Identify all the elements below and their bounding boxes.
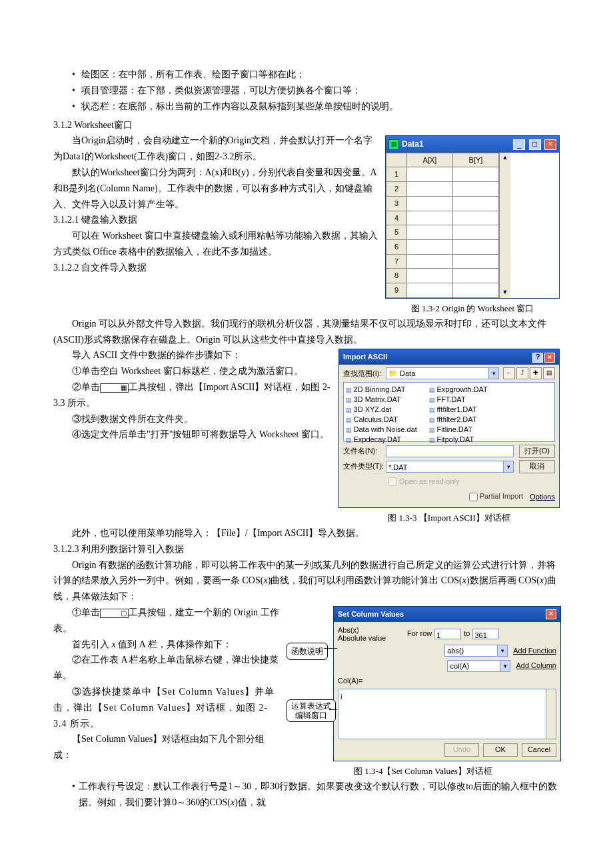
file-item[interactable]: Fitpoly.DAT: [429, 435, 488, 445]
new-worksheet-icon: ▢: [100, 609, 129, 618]
minimize-button[interactable]: _: [513, 139, 525, 150]
file-item[interactable]: fftfilter2.DAT: [429, 415, 488, 425]
file-item[interactable]: 2D Binning.DAT: [346, 385, 417, 395]
heading-3123: 3.1.2.3 利用列数据计算引入数据: [53, 541, 560, 557]
import-dialog-titlebar[interactable]: Import ASCII ?×: [339, 349, 559, 365]
dropdown-icon[interactable]: ▾: [500, 661, 510, 671]
figure-1-3-3: Import ASCII ?× 查找范围(I): 📁 Data▾ ← ⤴ ✚ ▤…: [338, 349, 560, 525]
filetype-combo[interactable]: *.DAT▾: [386, 461, 514, 473]
vertical-scrollbar[interactable]: [546, 689, 556, 739]
import-ascii-dialog: Import ASCII ?× 查找范围(I): 📁 Data▾ ← ⤴ ✚ ▤…: [338, 349, 560, 508]
filetype-label: 文件类型(T):: [343, 460, 386, 473]
maximize-button[interactable]: □: [529, 139, 541, 150]
file-item[interactable]: 3D Matrix.DAT: [346, 395, 417, 405]
file-item[interactable]: FFT.DAT: [429, 395, 488, 405]
to-input[interactable]: 361: [472, 629, 499, 639]
worksheet-title: Data1: [402, 137, 512, 151]
options-link[interactable]: Options: [530, 491, 555, 503]
filename-label: 文件名(N):: [343, 445, 386, 457]
worksheet-window: ▦ Data1 _ □ × A[X]B[Y] 1 2 3 4 5 6 7 8 9…: [385, 135, 560, 298]
views-icon[interactable]: ▤: [543, 367, 555, 379]
figure-1-3-3-caption: 图 1.3-3 【Import ASCII】对话框: [338, 511, 560, 525]
look-in-value: Data: [400, 369, 415, 377]
dropdown-icon[interactable]: ▾: [497, 645, 507, 656]
file-item[interactable]: Expgrowth.DAT: [429, 385, 488, 395]
to-label: to: [464, 627, 470, 640]
file-item[interactable]: fftfilter1.DAT: [429, 405, 488, 415]
bullet-1: 绘图区：在中部，所有工作表、绘图子窗口等都在此；: [81, 67, 305, 83]
set-column-values-dialog: Set Column Values × Abs(x) Absolute valu…: [333, 606, 561, 761]
bottom-bullet-list: •工作表行号设定：默认工作表行号是1～30，即30行数据。如果要改变这个默认行数…: [72, 779, 560, 811]
for-row-label: For row: [407, 627, 432, 640]
row-header[interactable]: 8: [386, 269, 407, 283]
figure-1-3-4-caption: 图 1.3-4【Set Column Values】对话框: [287, 764, 560, 779]
filename-input[interactable]: [386, 445, 514, 457]
row-header[interactable]: 1: [386, 167, 407, 182]
dropdown-icon[interactable]: ▾: [503, 461, 513, 472]
close-button[interactable]: ×: [546, 609, 556, 619]
bullet-bottom: 工作表行号设定：默认工作表行号是1～30，即30行数据。如果要改变这个默认行数，…: [79, 779, 560, 811]
from-input[interactable]: 1: [434, 629, 461, 639]
look-in-label: 查找范围(I):: [343, 367, 386, 380]
back-icon[interactable]: ←: [503, 367, 515, 379]
import-icon: ▦: [100, 383, 129, 393]
col-equals-label: Col(A)=: [338, 675, 556, 687]
dropdown-icon[interactable]: ▾: [488, 368, 498, 379]
vertical-scrollbar[interactable]: ▲▼: [499, 153, 510, 298]
import-dialog-title: Import ASCII: [343, 351, 387, 363]
help-button[interactable]: ?: [532, 353, 543, 363]
callout-expr-editor: 运算表达式编辑窗口: [287, 699, 336, 722]
ok-button[interactable]: OK: [483, 743, 518, 757]
figure-1-3-2-caption: 图 1.3-2 Origin 的 Worksheet 窗口: [385, 301, 560, 316]
worksheet-titlebar[interactable]: ▦ Data1 _ □ ×: [386, 136, 559, 152]
filetype-value: *.DAT: [386, 463, 408, 471]
add-function-link[interactable]: Add Function: [513, 645, 556, 657]
row-header[interactable]: 7: [386, 254, 407, 269]
close-button[interactable]: ×: [544, 353, 555, 363]
row-header[interactable]: 5: [386, 225, 407, 240]
file-item[interactable]: Calculus.DAT: [346, 415, 417, 425]
file-list[interactable]: 2D Binning.DAT 3D Matrix.DAT 3D XYZ.dat …: [343, 382, 555, 442]
column-combo[interactable]: col(A)▾: [447, 660, 510, 672]
cancel-button[interactable]: 取消: [519, 460, 555, 473]
expression-editor[interactable]: i: [338, 689, 556, 739]
heading-312: 3.1.2 Worksheet窗口: [53, 117, 560, 133]
worksheet-grid[interactable]: A[X]B[Y] 1 2 3 4 5 6 7 8 9: [386, 153, 499, 298]
newfolder-icon[interactable]: ✚: [530, 367, 542, 379]
col-a-header[interactable]: A[X]: [407, 153, 453, 167]
undo-button[interactable]: Undo: [444, 743, 479, 757]
para-3122c: 此外，也可以使用菜单功能导入：【File】/【Import ASCII】导入数据…: [53, 525, 560, 541]
figure-1-3-2: ▦ Data1 _ □ × A[X]B[Y] 1 2 3 4 5 6 7 8 9…: [385, 135, 560, 315]
para-3122a: Origin 可以从外部文件导入数据。我们现行的联机分析仪器，其测量结果不仅可以…: [53, 316, 560, 348]
file-item[interactable]: Fitline.DAT: [429, 425, 488, 435]
file-item[interactable]: 3D XYZ.dat: [346, 405, 417, 415]
function-combo[interactable]: abs()▾: [444, 645, 508, 657]
col-b-header[interactable]: B[Y]: [453, 153, 499, 167]
cancel-button[interactable]: Cancel: [522, 743, 556, 757]
file-item[interactable]: Expdecay.DAT: [346, 435, 417, 445]
scv-titlebar[interactable]: Set Column Values ×: [334, 607, 560, 622]
row-header[interactable]: 9: [386, 283, 407, 297]
add-column-link[interactable]: Add Column: [516, 659, 556, 672]
top-bullet-list: •绘图区：在中部，所有工作表、绘图子窗口等都在此； •项目管理器：在下部，类似资…: [72, 67, 560, 114]
partial-import-checkbox[interactable]: Partial Import: [466, 490, 523, 503]
row-header[interactable]: 2: [386, 182, 407, 197]
row-header[interactable]: 3: [386, 196, 407, 211]
readonly-checkbox: Open as read-only: [386, 475, 555, 489]
callout-function-desc: 函数说明: [287, 643, 328, 660]
row-header[interactable]: 6: [386, 239, 407, 254]
function-desc: Abs(x) Absolute value: [338, 626, 404, 642]
scv-title: Set Column Values: [338, 608, 404, 621]
open-button[interactable]: 打开(O): [519, 445, 555, 458]
worksheet-icon: ▦: [388, 139, 399, 150]
file-item[interactable]: Data with Noise.dat: [346, 425, 417, 435]
bullet-2: 项目管理器：在下部，类似资源管理器，可以方便切换各个窗口等；: [81, 83, 361, 99]
para-3123a: Origin 有数据的函数计算功能，即可以将工作表中的某一列或某几列的数据进行自…: [53, 557, 560, 605]
close-button[interactable]: ×: [544, 139, 556, 150]
row-header[interactable]: 4: [386, 211, 407, 225]
up-icon[interactable]: ⤴: [516, 367, 528, 379]
figure-1-3-4: 函数说明 运算表达式编辑窗口 Set Column Values × Abs(x…: [287, 606, 560, 779]
bullet-3: 状态栏：在底部，标出当前的工作内容以及鼠标指到某些菜单按钮时的说明。: [81, 99, 398, 115]
look-in-combo[interactable]: 📁 Data▾: [386, 367, 499, 379]
